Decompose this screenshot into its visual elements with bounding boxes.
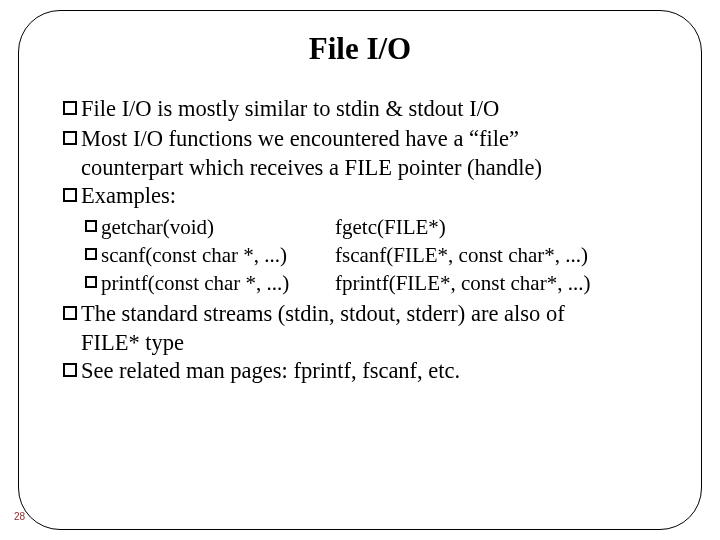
square-bullet-icon <box>85 220 97 232</box>
example-right: fscanf(FILE*, const char*, ...) <box>335 242 657 269</box>
bullet-item: File I/O is mostly similar to stdin & st… <box>63 95 657 124</box>
square-bullet-icon <box>63 131 77 145</box>
bullet-text: File I/O is mostly similar to stdin & st… <box>81 95 657 124</box>
bullet-item: The standard streams (stdin, stdout, std… <box>63 300 657 329</box>
example-row: scanf(const char *, ...) fscanf(FILE*, c… <box>85 242 657 269</box>
bullet-text: Most I/O functions we encountered have a… <box>81 125 657 154</box>
example-right: fprintf(FILE*, const char*, ...) <box>335 270 657 297</box>
examples-list: getchar(void) fgetc(FILE*) scanf(const c… <box>85 214 657 297</box>
square-bullet-icon <box>63 101 77 115</box>
example-left: printf(const char *, ...) <box>101 270 335 297</box>
bullet-text: The standard streams (stdin, stdout, std… <box>81 300 657 329</box>
square-bullet-icon <box>63 188 77 202</box>
bullet-item: Most I/O functions we encountered have a… <box>63 125 657 154</box>
bullet-text-continuation: counterpart which receives a FILE pointe… <box>81 154 657 183</box>
page-number: 28 <box>14 511 25 522</box>
example-row: getchar(void) fgetc(FILE*) <box>85 214 657 241</box>
example-left: scanf(const char *, ...) <box>101 242 335 269</box>
bullet-text: Examples: <box>81 182 657 211</box>
bullet-item: Examples: <box>63 182 657 211</box>
example-left: getchar(void) <box>101 214 335 241</box>
example-row: printf(const char *, ...) fprintf(FILE*,… <box>85 270 657 297</box>
slide-title: File I/O <box>63 31 657 67</box>
bullet-text: See related man pages: fprintf, fscanf, … <box>81 357 657 386</box>
example-right: fgetc(FILE*) <box>335 214 657 241</box>
square-bullet-icon <box>63 363 77 377</box>
square-bullet-icon <box>63 306 77 320</box>
bullet-text-continuation: FILE* type <box>81 329 657 358</box>
bullet-list: File I/O is mostly similar to stdin & st… <box>63 95 657 386</box>
square-bullet-icon <box>85 276 97 288</box>
bullet-item: See related man pages: fprintf, fscanf, … <box>63 357 657 386</box>
square-bullet-icon <box>85 248 97 260</box>
slide-frame: File I/O File I/O is mostly similar to s… <box>18 10 702 530</box>
